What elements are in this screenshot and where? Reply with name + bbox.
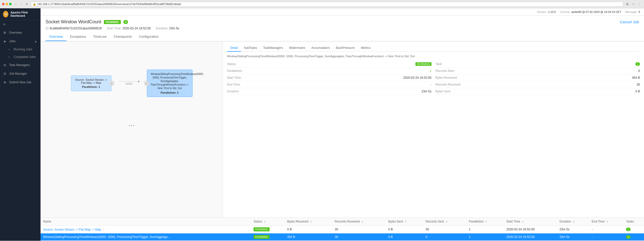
col-tasks: Tasks [623, 218, 644, 226]
sidebar-header: ≡ [0, 20, 41, 28]
main-tabs: Overview Exceptions TimeLine Checkpoints… [46, 33, 639, 41]
bytes-sent-value: 0 B [635, 90, 640, 93]
sidebar-item-label: Task Managers [9, 63, 30, 67]
more-icon[interactable]: ⋮ [102, 227, 105, 231]
sort-icon: ⇅ [405, 220, 407, 223]
address-bar[interactable]: 🔒 192.168.1.27:8081/#/job/6ca88af6445b72… [31, 2, 623, 7]
maximize-btn[interactable] [9, 3, 12, 5]
job-meta: ID 6ca88af6445b72c02331aba1660fd529 Star… [46, 27, 639, 30]
menu-btn[interactable]: ⋮ [637, 2, 642, 7]
tab-overview[interactable]: Overview [46, 33, 66, 41]
sidebar-item-label: Completed Jobs [14, 55, 36, 59]
col-status: Status ⇅ [251, 218, 285, 226]
detail-task-row: Task: 1 [435, 61, 640, 68]
col-parallelism: Parallelism ⇅ [466, 218, 504, 226]
job-id-label: ID [46, 27, 49, 30]
back-btn[interactable]: ‹ [13, 2, 18, 7]
job-title-row: Socket Window WordCount RUNNING 2 Cancel… [46, 19, 639, 25]
close-btn[interactable] [2, 3, 5, 5]
row-parallelism: 1 [466, 226, 504, 233]
task-manager-icon: ⊟ [4, 63, 7, 67]
row-records-received: 30 [332, 233, 386, 241]
graph-area: Source: Socket Stream -> Flat Map -> Map… [43, 44, 220, 123]
cancel-job-button[interactable]: Cancel Job [620, 20, 639, 24]
row-bytes-received: 454 B [285, 233, 332, 241]
sidebar-item-running-jobs[interactable]: ○ Running Jobs [0, 46, 41, 53]
bytes-received-value: 454 B [632, 76, 640, 79]
version-label: Version: [537, 10, 547, 13]
end-time-label: End Time: [227, 83, 241, 86]
sidebar-item-completed-jobs[interactable]: ○ Completed Jobs [0, 53, 41, 61]
sidebar-item-jobs[interactable]: ◈ Jobs ▲ [0, 37, 41, 46]
flow-container: Source: Socket Stream -> Flat Map -> Map… [71, 70, 193, 97]
detail-tab-detail[interactable]: Detail [227, 45, 241, 52]
sidebar-item-job-manager[interactable]: ⊟ Job Manager [0, 69, 41, 78]
submit-icon: ⊕ [4, 81, 7, 84]
flow-node-2-title: Window(SlidingProcessingTimeWindows(5000… [151, 72, 189, 90]
row-parallelism: 1 [466, 233, 504, 241]
job-duration: Duration: 23m 5s [156, 27, 179, 30]
task-value: 1 [635, 62, 640, 66]
parallelism-label: Parallelism: [227, 69, 243, 73]
records-sent-label: Records Sent: [435, 69, 455, 73]
detail-tab-subtasks[interactable]: SubTasks [241, 45, 260, 52]
extensions-btn[interactable]: ⊞ [625, 2, 630, 7]
sort-icon: ⇅ [573, 220, 575, 223]
detail-tab-backpressure[interactable]: BackPressure [333, 45, 358, 52]
expand-icon[interactable]: › [109, 81, 114, 86]
tab-exceptions[interactable]: Exceptions [66, 33, 90, 41]
detail-right: Task: 1 Records Sent: 0 Bytes Received: … [435, 61, 640, 95]
sidebar-item-label: Jobs [9, 39, 15, 43]
detail-tab-metrics[interactable]: Metrics [358, 45, 374, 52]
bytes-received-label: Bytes Received: [435, 76, 458, 79]
sidebar-item-submit-new-job[interactable]: ⊕ Submit New Job [0, 78, 41, 87]
forward-btn[interactable]: › [19, 2, 24, 7]
tab-configuration[interactable]: Configuration [135, 33, 162, 41]
collapse-icon[interactable]: ‹ [144, 81, 149, 86]
col-bytes-received: Bytes Received ⇅ [285, 218, 332, 226]
version-value: 1.10.0 [548, 10, 556, 13]
col-end-time: End Time ⇅ [589, 218, 623, 226]
tab-timeline[interactable]: TimeLine [90, 33, 110, 41]
detail-start-time-row: Start Time: 2020-02-24 16:52:00 [227, 74, 431, 81]
detail-tab-taskmanagers[interactable]: TaskManagers [260, 45, 286, 52]
duration-value: 23m 5s [169, 27, 179, 30]
detail-left: Status: RUNNING Parallelism: 1 Start Tim… [227, 61, 431, 95]
row-start-time: 2020-02-24 16:52:00 [504, 226, 557, 233]
reload-btn[interactable]: ↻ [24, 2, 29, 7]
row-name-link[interactable]: Window(SlidingProcessingTimeWindows(5000… [43, 235, 170, 239]
job-header-wrapper: Socket Window WordCount RUNNING 2 Cancel… [41, 16, 644, 42]
row-end-time: - [589, 226, 623, 233]
flow-node-2[interactable]: Window(SlidingProcessingTimeWindows(5000… [147, 70, 193, 97]
bookmark-btn[interactable]: ☆ [631, 2, 636, 7]
parallelism-value: 1 [430, 69, 431, 73]
sidebar-item-overview[interactable]: ⊞ Overview [0, 28, 41, 37]
detail-bytes-sent-row: Bytes Sent: 0 B [435, 88, 640, 95]
job-id-value: 6ca88af6445b72c02331aba1660fd529 [50, 27, 102, 30]
sidebar-item-label: Overview [9, 31, 22, 34]
job-body: Source: Socket Stream -> Flat Map -> Map… [41, 42, 644, 217]
message-info: Message: 0 [625, 10, 640, 13]
detail-tab-watermarks[interactable]: Watermarks [286, 45, 308, 52]
job-manager-icon: ⊟ [4, 72, 7, 75]
hamburger-icon[interactable]: ≡ [3, 22, 5, 26]
detail-tab-accumulators[interactable]: Accumulators [308, 45, 333, 52]
table-row[interactable]: Source: Socket Stream -> Flat Map -> Map… [41, 226, 644, 233]
overview-icon: ⊞ [4, 31, 7, 34]
row-name-link[interactable]: Source: Socket Stream -> Flat Map -> Map [43, 228, 101, 231]
minimize-btn[interactable] [6, 3, 8, 5]
table-row[interactable]: Window(SlidingProcessingTimeWindows(5000… [41, 233, 644, 241]
detail-end-time-row: End Time: - [227, 81, 431, 88]
sidebar-item-label: Submit New Job [9, 81, 31, 84]
table-section: Name Status ⇅ Bytes Received ⇅ [41, 217, 644, 241]
table-header: Name Status ⇅ Bytes Received ⇅ [41, 218, 644, 226]
row-bytes-received: 0 B [285, 226, 332, 233]
row-bytes-sent: 0 B [386, 233, 423, 241]
chevron-up-icon: ▲ [34, 40, 37, 43]
detail-status-row: Status: RUNNING [227, 61, 431, 68]
tab-checkpoints[interactable]: Checkpoints [110, 33, 136, 41]
top-bar: Version: 1.10.0 Commit: aa4eb8f @ 07.02.… [41, 8, 644, 16]
sidebar-item-task-managers[interactable]: ⊟ Task Managers [0, 61, 41, 69]
status-value: RUNNING [415, 62, 431, 66]
flow-node-1[interactable]: Source: Socket Stream -> Flat Map -> Map… [71, 75, 111, 91]
